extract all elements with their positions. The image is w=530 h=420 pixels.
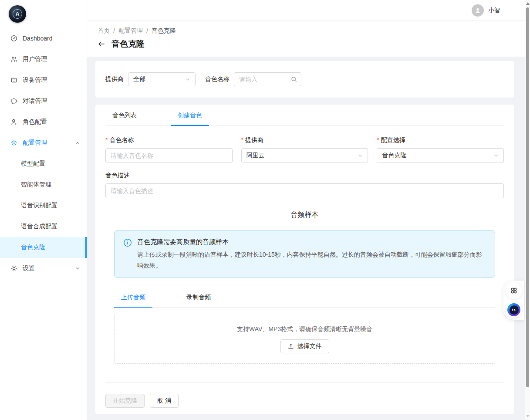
sidebar-subitem-agent-management[interactable]: 智能体管理 [0, 174, 87, 195]
description-label: 音色描述 [105, 172, 130, 179]
sidebar-item-label: 设备管理 [23, 76, 47, 84]
required-mark: * [105, 136, 108, 143]
gear-icon [10, 139, 17, 146]
sidebar-item-settings[interactable]: 设置 [0, 258, 87, 279]
scrollbar-down-arrow[interactable] [526, 415, 530, 417]
sidebar-item-dashboard[interactable]: Dashboard [0, 28, 87, 49]
sidebar-item-label: 用户管理 [23, 55, 47, 63]
provider-filter-label: 提供商 [105, 75, 124, 83]
tab-record-audio[interactable]: 录制音频 [179, 288, 218, 308]
form-actions: 开始克隆 取 消 [105, 382, 504, 408]
create-voice-form-row: *音色名称 *提供商 阿里云 [105, 136, 504, 163]
breadcrumb-home[interactable]: 首页 [98, 27, 110, 35]
gear-icon [10, 265, 17, 272]
required-mark: * [377, 136, 379, 143]
floating-toolbar [503, 281, 524, 320]
sidebar-item-conversation-management[interactable]: 对话管理 [0, 91, 87, 112]
sidebar-subitem-model-config[interactable]: 模型配置 [0, 153, 87, 174]
device-icon [10, 77, 17, 84]
panel-tabs: 音色列表 创建音色 [105, 105, 504, 126]
filter-bar: 提供商 全部 音色名称 [95, 61, 514, 98]
tab-voice-list[interactable]: 音色列表 [105, 105, 144, 126]
sidebar-subitem-label: 语音识别配置 [21, 202, 57, 210]
scrollbar-up-arrow[interactable] [526, 2, 530, 5]
choose-file-button[interactable]: 选择文件 [280, 339, 329, 353]
sidebar-subitem-label: 音色克隆 [21, 244, 45, 251]
config-value: 音色克隆 [382, 152, 406, 159]
chat-icon [10, 98, 17, 105]
back-arrow-icon[interactable] [98, 40, 105, 48]
sidebar-subitem-asr-config[interactable]: 语音识别配置 [0, 195, 87, 216]
provider-label: 提供商 [245, 136, 263, 143]
breadcrumb-current: 音色克隆 [152, 27, 176, 35]
main-area: 小智 首页 / 配置管理 / 音色克隆 音色克隆 提供商 全部 [87, 0, 525, 420]
voice-name-input[interactable] [105, 148, 233, 163]
upload-icon [288, 343, 294, 349]
app-logo[interactable]: A [0, 0, 87, 28]
users-icon [10, 56, 17, 63]
scrollbar-thumb[interactable] [526, 7, 529, 387]
start-clone-button[interactable]: 开始克隆 [105, 394, 145, 408]
provider-filter-value: 全部 [133, 75, 145, 83]
sidebar-item-label: 配置管理 [23, 139, 47, 147]
sidebar-subitem-tts-config[interactable]: 语音合成配置 [0, 216, 87, 237]
provider-select[interactable]: 阿里云 [241, 148, 368, 163]
voice-clone-panel: 音色列表 创建音色 *音色名称 *提供商 阿里云 [95, 105, 514, 414]
chevron-up-icon [75, 141, 80, 145]
ai-assistant-button[interactable] [506, 301, 522, 318]
voice-name-search-input[interactable] [239, 76, 291, 83]
logo-letter: A [13, 9, 22, 19]
breadcrumb: 首页 / 配置管理 / 音色克隆 [98, 27, 514, 35]
chevron-down-icon [185, 77, 190, 82]
chevron-down-icon [75, 266, 80, 271]
page-header: 首页 / 配置管理 / 音色克隆 音色克隆 [87, 21, 525, 57]
voice-name-filter-label: 音色名称 [205, 75, 230, 83]
voice-name-search-field [234, 72, 301, 86]
description-field: 音色描述 [105, 172, 504, 198]
sidebar-item-label: 角色配置 [23, 118, 47, 126]
choose-file-label: 选择文件 [297, 342, 322, 350]
info-icon [123, 238, 132, 271]
upload-dropzone[interactable]: 支持WAV、MP3格式，请确保音频清晰无背景噪音 选择文件 [114, 314, 495, 364]
alert-body: 请上传或录制一段清晰的语音样本，建议时长10-15秒，内容保持平稳自然。过长的音… [137, 249, 486, 271]
chevron-down-icon [493, 153, 499, 158]
provider-field: *提供商 阿里云 [241, 136, 368, 163]
logo-circle: A [9, 5, 26, 23]
sidebar-item-device-management[interactable]: 设备管理 [0, 70, 87, 91]
config-field: *配置选择 音色克隆 [377, 136, 504, 163]
sidebar-subitem-label: 语音合成配置 [21, 223, 57, 230]
required-mark: * [241, 136, 243, 143]
info-alert: 音色克隆需要高质量的音频样本 请上传或录制一段清晰的语音样本，建议时长10-15… [114, 230, 495, 278]
audio-sample-divider: 音频样本 [105, 210, 504, 220]
breadcrumb-config-management[interactable]: 配置管理 [118, 27, 143, 35]
page-title: 音色克隆 [111, 38, 145, 50]
sidebar-subitem-label: 模型配置 [21, 160, 45, 168]
audio-sample-divider-title: 音频样本 [283, 210, 327, 220]
audio-source-tabs: 上传音频 录制音频 [114, 288, 495, 308]
sidebar-subitem-label: 智能体管理 [21, 181, 51, 189]
search-icon[interactable] [291, 76, 297, 82]
tab-upload-audio[interactable]: 上传音频 [114, 288, 152, 308]
dashboard-icon [10, 35, 17, 42]
sidebar-item-config-management[interactable]: 配置管理 [0, 132, 87, 153]
tab-create-voice[interactable]: 创建音色 [171, 105, 209, 126]
sidebar-subitem-voice-clone[interactable]: 音色克隆 [0, 237, 87, 258]
cancel-button[interactable]: 取 消 [150, 394, 179, 408]
user-avatar-icon [472, 4, 484, 17]
quick-actions-button[interactable] [506, 282, 522, 299]
sidebar-item-label: 对话管理 [23, 97, 47, 105]
sidebar-item-user-management[interactable]: 用户管理 [0, 49, 87, 70]
user-menu[interactable]: 小智 [472, 4, 500, 17]
sidebar-item-role-config[interactable]: 角色配置 [0, 112, 87, 132]
topbar: 小智 [87, 0, 525, 21]
audio-sample-section: 音色克隆需要高质量的音频样本 请上传或录制一段清晰的语音样本，建议时长10-15… [105, 230, 504, 364]
user-name: 小智 [488, 7, 500, 14]
scrollbar [525, 0, 530, 420]
config-select[interactable]: 音色克隆 [377, 148, 504, 163]
voice-name-label: 音色名称 [109, 136, 134, 143]
sidebar-item-label: 设置 [23, 264, 35, 272]
provider-filter-select[interactable]: 全部 [128, 72, 196, 86]
description-input[interactable] [105, 183, 504, 198]
chevron-down-icon [358, 153, 363, 158]
user-add-icon [10, 119, 17, 125]
